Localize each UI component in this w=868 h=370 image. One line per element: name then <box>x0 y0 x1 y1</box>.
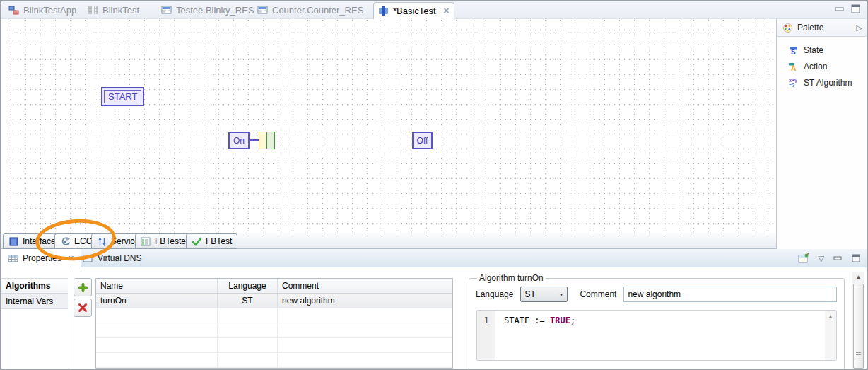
tab-label: BlinkTestApp <box>23 5 76 16</box>
maximize-icon[interactable] <box>852 254 861 263</box>
column-header-language[interactable]: Language <box>218 279 278 293</box>
tab-counter-counter-res[interactable]: Counter.Counter_RES <box>253 1 368 19</box>
editor-tab-bar: BlinkTestApp BlinkTest Testee.Blinky_RES… <box>1 1 867 19</box>
view-tab-properties[interactable]: Properties ✕ <box>1 249 81 267</box>
state-label: On <box>233 136 245 146</box>
line-number: 1 <box>477 316 495 325</box>
palette-item-action[interactable]: A Action <box>777 58 867 74</box>
open-in-new-window-icon[interactable] <box>798 253 809 264</box>
action-event-slot[interactable] <box>266 132 275 149</box>
ecc-state-start[interactable]: START <box>101 87 144 106</box>
minimize-icon <box>835 6 845 13</box>
editor-scrollbar[interactable]: ▲ <box>825 311 836 360</box>
table-header-row: Name Language Comment <box>96 279 452 294</box>
sidebar-item-internal-vars[interactable]: Internal Vars <box>1 294 68 309</box>
table-row-empty <box>96 353 452 368</box>
palette-item-label: ST Algorithm <box>804 78 852 88</box>
tab-label: BlinkTest <box>102 5 139 16</box>
column-header-comment[interactable]: Comment <box>278 279 452 293</box>
action-icon: A <box>788 61 799 72</box>
minimize-button[interactable] <box>835 6 845 13</box>
ecc-action-on[interactable] <box>259 132 275 149</box>
state-label: START <box>104 90 141 103</box>
algorithm-detail-row: Language ST ▼ Comment <box>476 287 838 302</box>
palette-icon <box>782 23 793 33</box>
st-algorithm-icon: x+y=? <box>788 77 799 88</box>
maximize-button[interactable] <box>851 4 861 14</box>
comment-input[interactable] <box>623 287 837 302</box>
close-icon[interactable]: ✕ <box>68 254 74 263</box>
language-label: Language <box>476 289 513 299</box>
add-algorithm-button[interactable] <box>74 278 92 296</box>
svg-text:=?: =? <box>789 83 794 88</box>
action-connector <box>250 139 259 141</box>
page-tab-fbtest[interactable]: FBTest <box>186 233 237 249</box>
tab-basictest-active[interactable]: *BasicTest ✕ <box>373 2 454 19</box>
scrollbar-thumb[interactable] <box>853 284 864 369</box>
language-select[interactable]: ST ▼ <box>520 287 568 302</box>
table-icon <box>8 253 18 264</box>
check-icon <box>192 236 202 247</box>
palette-item-label: State <box>804 45 823 55</box>
cell-name[interactable]: turnOn <box>96 294 218 308</box>
algorithms-table: Name Language Comment turnOn ST new algo… <box>95 278 453 369</box>
interface-icon <box>8 236 19 247</box>
view-tab-label: Virtual DNS <box>98 253 141 263</box>
sidebar-splitter[interactable] <box>69 267 69 369</box>
palette-item-st-algorithm[interactable]: x+y=? ST Algorithm <box>777 74 867 91</box>
properties-toolbar: ▽ <box>798 249 861 267</box>
palette-item-state[interactable]: S State <box>777 42 867 58</box>
maximize-icon <box>851 4 861 14</box>
palette-header[interactable]: Palette ▷ <box>777 19 867 37</box>
view-menu-icon[interactable]: ▽ <box>819 254 824 263</box>
minimize-icon[interactable] <box>833 255 843 262</box>
code-line[interactable]: STATE := TRUE; <box>504 316 575 325</box>
palette-panel: Palette ▷ S State A Action x+y=? ST Algo… <box>776 19 867 249</box>
keyword-token: TRUE <box>550 316 570 325</box>
delete-x-icon <box>78 303 88 313</box>
palette-title: Palette <box>797 23 852 33</box>
column-header-name[interactable]: Name <box>96 279 218 293</box>
ecc-canvas[interactable]: START On Off <box>1 19 776 233</box>
panel-scrollbar[interactable]: ▲ <box>852 272 864 369</box>
delete-algorithm-button[interactable] <box>74 299 92 317</box>
cell-comment[interactable]: new algorithm <box>278 294 452 308</box>
tab-label: *BasicTest <box>393 6 436 16</box>
page-tab-label: FBTester <box>155 236 189 246</box>
table-row-empty <box>96 308 452 323</box>
ecc-state-off[interactable]: Off <box>412 132 433 149</box>
tab-label: Testee.Blinky_RES <box>176 5 254 16</box>
table-row-empty <box>96 323 452 338</box>
scrollbar-grip <box>856 352 861 357</box>
cell-language[interactable]: ST <box>218 294 278 308</box>
basic-fb-icon <box>378 6 389 16</box>
tab-blinktestapp[interactable]: BlinkTestApp <box>4 1 81 19</box>
tab-testee-blinky-res[interactable]: Testee.Blinky_RES <box>157 1 259 19</box>
collapse-arrow-icon[interactable]: ▷ <box>857 23 862 33</box>
close-icon[interactable]: ✕ <box>443 6 450 16</box>
sidebar-item-label: Algorithms <box>6 281 50 291</box>
app-window: BlinkTestApp BlinkTest Testee.Blinky_RES… <box>0 0 868 370</box>
page-tab-interface[interactable]: Interface <box>3 233 61 249</box>
service-icon <box>97 236 107 247</box>
view-tab-virtual-dns[interactable]: Virtual DNS <box>76 249 148 267</box>
scroll-up-icon: ▲ <box>825 311 836 320</box>
ecc-icon <box>60 236 71 247</box>
page-tab-label: ECC <box>74 236 92 246</box>
tab-blinktest[interactable]: BlinkTest <box>83 1 143 19</box>
window-icon <box>83 253 93 264</box>
sidebar-item-algorithms[interactable]: Algorithms <box>1 278 68 294</box>
plus-icon <box>78 282 88 293</box>
palette-body: S State A Action x+y=? ST Algorithm <box>777 37 867 91</box>
view-tab-label: Properties <box>23 253 61 263</box>
fb-network-icon <box>88 5 98 16</box>
resource-icon <box>161 5 172 16</box>
group-title: Algorithm turnOn <box>477 273 546 283</box>
table-row-turnon[interactable]: turnOn ST new algorithm <box>96 294 452 308</box>
st-code-editor[interactable]: 1 STATE := TRUE; ▲ <box>476 310 837 361</box>
tab-label: Counter.Counter_RES <box>272 5 363 16</box>
sidebar-item-label: Internal Vars <box>6 296 53 306</box>
ecc-state-on[interactable]: On <box>228 132 250 149</box>
scroll-up-icon[interactable]: ▲ <box>852 272 864 282</box>
table-row-empty <box>96 338 452 353</box>
